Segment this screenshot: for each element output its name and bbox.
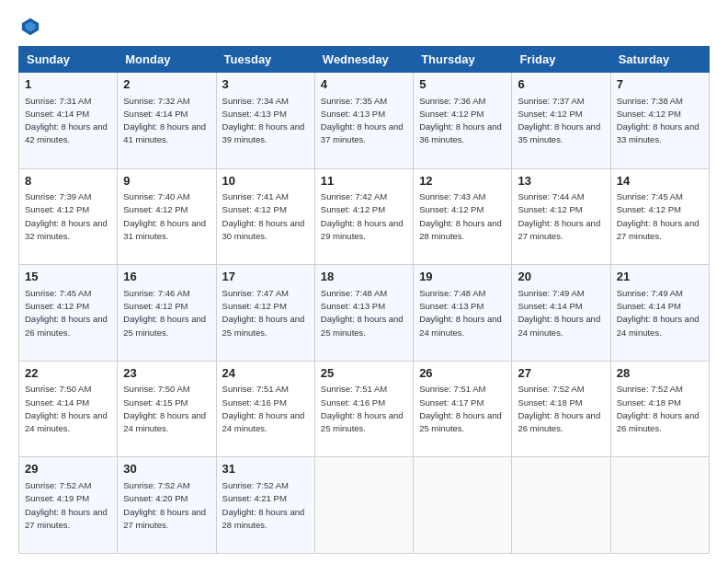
day-cell: 1Sunrise: 7:31 AMSunset: 4:14 PMDaylight… [19, 73, 118, 169]
day-cell: 18Sunrise: 7:48 AMSunset: 4:13 PMDayligh… [314, 265, 413, 362]
day-cell [512, 457, 610, 554]
day-number: 7 [617, 76, 703, 93]
day-number: 1 [25, 76, 111, 93]
day-number: 16 [123, 269, 210, 285]
header [18, 17, 710, 37]
weekday-header-row: SundayMondayTuesdayWednesdayThursdayFrid… [19, 47, 710, 73]
day-cell: 8Sunrise: 7:39 AMSunset: 4:12 PMDaylight… [19, 168, 118, 265]
day-info: Sunrise: 7:31 AMSunset: 4:14 PMDaylight:… [25, 96, 108, 145]
day-number: 3 [222, 76, 309, 93]
day-info: Sunrise: 7:51 AMSunset: 4:17 PMDaylight:… [419, 384, 502, 433]
day-cell: 29Sunrise: 7:52 AMSunset: 4:19 PMDayligh… [19, 457, 118, 554]
day-info: Sunrise: 7:52 AMSunset: 4:19 PMDaylight:… [25, 480, 108, 530]
day-info: Sunrise: 7:50 AMSunset: 4:14 PMDaylight:… [25, 384, 108, 433]
day-cell: 16Sunrise: 7:46 AMSunset: 4:12 PMDayligh… [118, 265, 216, 362]
day-info: Sunrise: 7:32 AMSunset: 4:14 PMDaylight:… [123, 96, 206, 145]
day-number: 22 [25, 365, 111, 382]
day-number: 9 [123, 173, 210, 190]
day-cell: 19Sunrise: 7:48 AMSunset: 4:13 PMDayligh… [414, 265, 512, 362]
day-number: 18 [321, 269, 407, 285]
day-cell: 27Sunrise: 7:52 AMSunset: 4:18 PMDayligh… [512, 361, 610, 457]
day-info: Sunrise: 7:51 AMSunset: 4:16 PMDaylight:… [321, 384, 404, 433]
day-info: Sunrise: 7:42 AMSunset: 4:12 PMDaylight:… [321, 191, 404, 241]
day-info: Sunrise: 7:35 AMSunset: 4:13 PMDaylight:… [321, 96, 404, 145]
day-cell: 30Sunrise: 7:52 AMSunset: 4:20 PMDayligh… [118, 457, 216, 554]
day-info: Sunrise: 7:37 AMSunset: 4:12 PMDaylight:… [518, 96, 600, 145]
day-cell: 25Sunrise: 7:51 AMSunset: 4:16 PMDayligh… [314, 361, 413, 457]
day-cell: 4Sunrise: 7:35 AMSunset: 4:13 PMDaylight… [314, 73, 413, 169]
day-number: 12 [419, 173, 506, 190]
day-info: Sunrise: 7:43 AMSunset: 4:12 PMDaylight:… [419, 191, 502, 241]
day-cell: 7Sunrise: 7:38 AMSunset: 4:12 PMDaylight… [610, 73, 709, 169]
day-number: 31 [222, 461, 309, 477]
day-number: 23 [123, 365, 210, 382]
week-row-4: 22Sunrise: 7:50 AMSunset: 4:14 PMDayligh… [19, 361, 710, 457]
day-info: Sunrise: 7:38 AMSunset: 4:12 PMDaylight:… [617, 96, 700, 145]
day-info: Sunrise: 7:50 AMSunset: 4:15 PMDaylight:… [123, 384, 206, 433]
day-info: Sunrise: 7:48 AMSunset: 4:13 PMDaylight:… [419, 288, 502, 338]
week-row-1: 1Sunrise: 7:31 AMSunset: 4:14 PMDaylight… [19, 73, 710, 169]
day-cell: 12Sunrise: 7:43 AMSunset: 4:12 PMDayligh… [414, 168, 512, 265]
day-info: Sunrise: 7:46 AMSunset: 4:12 PMDaylight:… [123, 288, 206, 338]
day-number: 2 [123, 76, 210, 93]
day-cell: 21Sunrise: 7:49 AMSunset: 4:14 PMDayligh… [610, 265, 709, 362]
day-number: 29 [25, 461, 111, 477]
page: SundayMondayTuesdayWednesdayThursdayFrid… [0, 0, 728, 563]
day-info: Sunrise: 7:41 AMSunset: 4:12 PMDaylight:… [222, 191, 305, 241]
day-info: Sunrise: 7:44 AMSunset: 4:12 PMDaylight:… [518, 191, 600, 241]
day-info: Sunrise: 7:52 AMSunset: 4:18 PMDaylight:… [617, 384, 700, 433]
day-cell: 24Sunrise: 7:51 AMSunset: 4:16 PMDayligh… [216, 361, 314, 457]
day-cell: 26Sunrise: 7:51 AMSunset: 4:17 PMDayligh… [414, 361, 512, 457]
day-number: 17 [222, 269, 309, 285]
day-number: 28 [617, 365, 703, 382]
day-number: 21 [617, 269, 703, 285]
day-number: 19 [419, 269, 506, 285]
day-cell: 9Sunrise: 7:40 AMSunset: 4:12 PMDaylight… [118, 168, 216, 265]
day-cell: 17Sunrise: 7:47 AMSunset: 4:12 PMDayligh… [216, 265, 314, 362]
week-row-3: 15Sunrise: 7:45 AMSunset: 4:12 PMDayligh… [19, 265, 710, 362]
day-cell: 13Sunrise: 7:44 AMSunset: 4:12 PMDayligh… [512, 168, 610, 265]
day-info: Sunrise: 7:49 AMSunset: 4:14 PMDaylight:… [617, 288, 700, 338]
day-number: 15 [25, 269, 111, 285]
day-number: 4 [321, 76, 407, 93]
day-cell [414, 457, 512, 554]
day-info: Sunrise: 7:49 AMSunset: 4:14 PMDaylight:… [518, 288, 600, 338]
day-cell: 14Sunrise: 7:45 AMSunset: 4:12 PMDayligh… [610, 168, 709, 265]
day-number: 20 [518, 269, 604, 285]
day-number: 13 [518, 173, 604, 190]
logo-icon [20, 17, 40, 37]
day-info: Sunrise: 7:51 AMSunset: 4:16 PMDaylight:… [222, 384, 305, 433]
weekday-header-tuesday: Tuesday [216, 47, 314, 73]
day-info: Sunrise: 7:36 AMSunset: 4:12 PMDaylight:… [419, 96, 502, 145]
day-info: Sunrise: 7:52 AMSunset: 4:21 PMDaylight:… [222, 480, 305, 530]
day-cell: 23Sunrise: 7:50 AMSunset: 4:15 PMDayligh… [118, 361, 216, 457]
day-number: 5 [419, 76, 506, 93]
calendar-table: SundayMondayTuesdayWednesdayThursdayFrid… [18, 46, 710, 554]
day-number: 6 [518, 76, 604, 93]
day-cell: 20Sunrise: 7:49 AMSunset: 4:14 PMDayligh… [512, 265, 610, 362]
day-info: Sunrise: 7:34 AMSunset: 4:13 PMDaylight:… [222, 96, 305, 145]
day-cell: 2Sunrise: 7:32 AMSunset: 4:14 PMDaylight… [118, 73, 216, 169]
day-cell: 22Sunrise: 7:50 AMSunset: 4:14 PMDayligh… [19, 361, 118, 457]
weekday-header-thursday: Thursday [414, 47, 512, 73]
day-number: 30 [123, 461, 210, 477]
week-row-2: 8Sunrise: 7:39 AMSunset: 4:12 PMDaylight… [19, 168, 710, 265]
day-info: Sunrise: 7:52 AMSunset: 4:20 PMDaylight:… [123, 480, 206, 530]
weekday-header-friday: Friday [512, 47, 610, 73]
weekday-header-monday: Monday [118, 47, 216, 73]
day-number: 24 [222, 365, 309, 382]
day-info: Sunrise: 7:45 AMSunset: 4:12 PMDaylight:… [25, 288, 108, 338]
day-number: 25 [321, 365, 407, 382]
day-cell [610, 457, 709, 554]
day-info: Sunrise: 7:45 AMSunset: 4:12 PMDaylight:… [617, 191, 700, 241]
week-row-5: 29Sunrise: 7:52 AMSunset: 4:19 PMDayligh… [19, 457, 710, 554]
day-number: 26 [419, 365, 506, 382]
day-cell: 10Sunrise: 7:41 AMSunset: 4:12 PMDayligh… [216, 168, 314, 265]
day-cell: 3Sunrise: 7:34 AMSunset: 4:13 PMDaylight… [216, 73, 314, 169]
day-cell: 5Sunrise: 7:36 AMSunset: 4:12 PMDaylight… [414, 73, 512, 169]
day-number: 27 [518, 365, 604, 382]
day-info: Sunrise: 7:52 AMSunset: 4:18 PMDaylight:… [518, 384, 600, 433]
weekday-header-sunday: Sunday [19, 47, 118, 73]
day-info: Sunrise: 7:48 AMSunset: 4:13 PMDaylight:… [321, 288, 404, 338]
day-cell: 31Sunrise: 7:52 AMSunset: 4:21 PMDayligh… [216, 457, 314, 554]
